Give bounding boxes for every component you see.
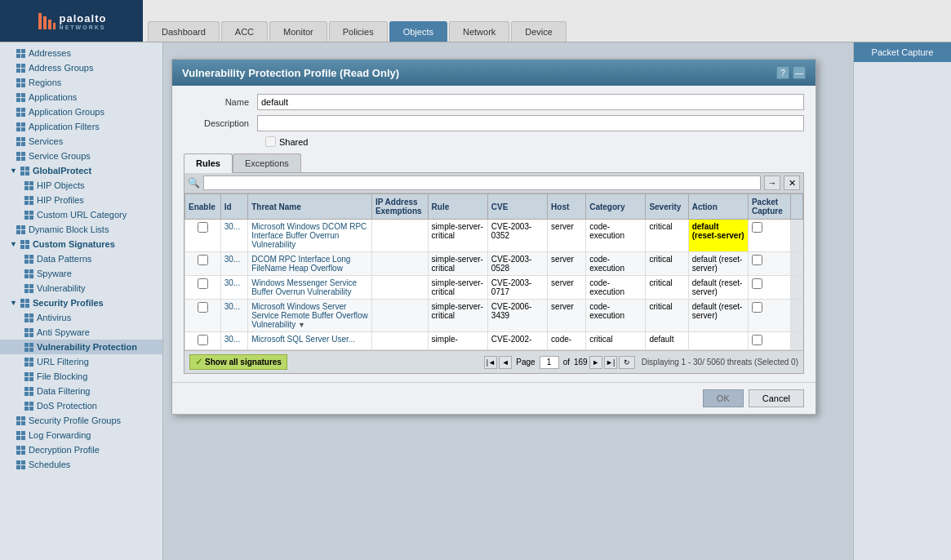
- row4-pc-checkbox[interactable]: [752, 302, 762, 313]
- anti-spyware-icon: [24, 328, 33, 337]
- sidebar-item-antivirus[interactable]: Antivirus: [0, 310, 162, 325]
- row1-threat-name[interactable]: Microsoft Windows DCOM RPC Interface Buf…: [251, 222, 367, 249]
- tab-rules[interactable]: Rules: [184, 153, 233, 173]
- sidebar-item-custom-url-category[interactable]: Custom URL Category: [0, 207, 162, 222]
- shared-checkbox[interactable]: [265, 136, 276, 147]
- nav-tabs: Dashboard ACC Monitor Policies Objects N…: [143, 0, 951, 42]
- sidebar-item-data-patterns[interactable]: Data Patterns: [0, 251, 162, 266]
- tab-monitor[interactable]: Monitor: [269, 21, 327, 42]
- row3-severity: critical: [646, 276, 688, 300]
- row3-threat-name[interactable]: Windows Messenger Service Buffer Overrun…: [251, 278, 357, 296]
- row4-dropdown-icon: ▼: [298, 321, 305, 329]
- row2-category: code-execution: [586, 252, 646, 276]
- row3-id[interactable]: 30...: [224, 278, 240, 287]
- modal-title: Vulnerability Protection Profile (Read O…: [182, 67, 399, 79]
- row2-rule: simple-server-critical: [428, 252, 487, 276]
- col-enable: Enable: [185, 194, 221, 220]
- tab-network[interactable]: Network: [449, 21, 509, 42]
- regions-icon: [16, 78, 25, 87]
- row4-enable-checkbox[interactable]: [198, 302, 208, 313]
- sidebar-item-decryption-profile[interactable]: Decryption Profile: [0, 442, 162, 457]
- content-area: Vulnerability Protection Profile (Read O…: [163, 42, 853, 560]
- row5-threat-name[interactable]: Microsoft SQL Server User...: [251, 335, 355, 344]
- sidebar-item-applications[interactable]: Applications: [0, 90, 162, 104]
- row1-enable-checkbox[interactable]: [198, 222, 208, 233]
- sidebar-item-vulnerability[interactable]: Vulnerability: [0, 281, 162, 296]
- folder-expand-icon2: ▼: [10, 240, 17, 248]
- sidebar-item-application-groups[interactable]: Application Groups: [0, 104, 162, 119]
- row1-pc-checkbox[interactable]: [752, 222, 762, 233]
- row3-enable-checkbox[interactable]: [198, 278, 208, 289]
- right-panel: Packet Capture: [853, 42, 951, 560]
- ok-button[interactable]: OK: [703, 389, 744, 407]
- row4-scroll: [791, 300, 803, 332]
- sidebar-item-security-profiles[interactable]: ▼ Security Profiles: [0, 296, 162, 310]
- sidebar-item-dos-protection[interactable]: DoS Protection: [0, 398, 162, 413]
- url-filtering-icon: [24, 358, 33, 367]
- sidebar-item-spyware[interactable]: Spyware: [0, 266, 162, 281]
- sidebar-item-security-profile-groups[interactable]: Security Profile Groups: [0, 413, 162, 428]
- row2-id[interactable]: 30...: [224, 255, 240, 264]
- modal-help-button[interactable]: ?: [776, 66, 789, 79]
- row2-pc-checkbox[interactable]: [752, 255, 762, 265]
- sidebar-item-dynamic-block-lists[interactable]: Dynamic Block Lists: [0, 222, 162, 237]
- sidebar-item-vuln-protection[interactable]: Vulnerability Protection: [0, 340, 162, 354]
- row5-pc-checkbox[interactable]: [752, 335, 762, 345]
- sidebar-item-services[interactable]: Services: [0, 134, 162, 149]
- row3-action: default (reset-server): [688, 276, 748, 300]
- sidebar-item-hip-objects[interactable]: HIP Objects: [0, 178, 162, 193]
- row4-threat-name[interactable]: Microsoft Windows Server Service Remote …: [251, 302, 368, 329]
- tab-exceptions[interactable]: Exceptions: [233, 153, 301, 172]
- tab-policies[interactable]: Policies: [329, 21, 388, 42]
- tab-device[interactable]: Device: [511, 21, 567, 42]
- sidebar-item-addresses[interactable]: Addresses: [0, 46, 162, 60]
- modal-header: Vulnerability Protection Profile (Read O…: [172, 60, 815, 86]
- name-input[interactable]: [257, 94, 804, 110]
- sidebar-item-address-groups[interactable]: Address Groups: [0, 60, 162, 75]
- sidebar-item-file-blocking[interactable]: File Blocking: [0, 369, 162, 384]
- tab-objects[interactable]: Objects: [389, 21, 447, 42]
- add-button[interactable]: →: [764, 176, 780, 190]
- row2-enable-checkbox[interactable]: [198, 255, 208, 265]
- sidebar-item-url-filtering[interactable]: URL Filtering: [0, 354, 162, 369]
- row5-id[interactable]: 30...: [224, 335, 240, 344]
- sidebar-item-anti-spyware[interactable]: Anti Spyware: [0, 325, 162, 340]
- row3-pc-checkbox[interactable]: [752, 278, 762, 289]
- close-button[interactable]: ✕: [784, 176, 800, 190]
- modal-minimize-button[interactable]: —: [793, 66, 806, 79]
- tab-dashboard[interactable]: Dashboard: [148, 21, 220, 42]
- sidebar-item-hip-profiles[interactable]: HIP Profiles: [0, 193, 162, 207]
- row5-enable-checkbox[interactable]: [198, 335, 208, 345]
- logo-subtitle: NETWORKS: [60, 24, 107, 30]
- row4-id[interactable]: 30...: [224, 302, 240, 311]
- sidebar-item-service-groups[interactable]: Service Groups: [0, 149, 162, 163]
- sidebar-item-schedules[interactable]: Schedules: [0, 457, 162, 472]
- table-search-input[interactable]: [203, 176, 761, 190]
- pagination-controls: |◄ ◄ Page of 169 ► ►| ↻ Displaying 1 - 3…: [484, 356, 798, 369]
- modal-controls: ? —: [776, 66, 806, 79]
- sidebar-item-globalprotect[interactable]: ▼ GlobalProtect: [0, 163, 162, 178]
- row4-host: server: [548, 300, 586, 332]
- row1-id[interactable]: 30...: [224, 222, 240, 231]
- page-number-input[interactable]: [540, 356, 559, 369]
- row1-packet-capture: [748, 220, 790, 252]
- cancel-button[interactable]: Cancel: [749, 389, 804, 407]
- sidebar-item-custom-signatures[interactable]: ▼ Custom Signatures: [0, 237, 162, 251]
- sidebar-item-application-filters[interactable]: Application Filters: [0, 119, 162, 134]
- last-page-button[interactable]: ►|: [604, 356, 617, 369]
- row2-threat-name[interactable]: DCOM RPC Interface Long FileName Heap Ov…: [251, 255, 350, 273]
- next-page-button[interactable]: ►: [589, 356, 602, 369]
- name-row: Name: [184, 94, 804, 110]
- refresh-button[interactable]: ↻: [619, 356, 635, 369]
- tab-acc[interactable]: ACC: [221, 21, 268, 42]
- prev-page-button[interactable]: ◄: [499, 356, 512, 369]
- col-ip-exemptions: IP Address Exemptions: [371, 194, 428, 220]
- sidebar-item-log-forwarding[interactable]: Log Forwarding: [0, 428, 162, 442]
- row2-severity: critical: [646, 252, 688, 276]
- show-all-signatures-button[interactable]: ✓ Show all signatures: [189, 354, 287, 370]
- row3-category: code-execution: [586, 276, 646, 300]
- first-page-button[interactable]: |◄: [484, 356, 497, 369]
- sidebar-item-data-filtering[interactable]: Data Filtering: [0, 384, 162, 398]
- sidebar-item-regions[interactable]: Regions: [0, 75, 162, 90]
- description-input[interactable]: [257, 115, 804, 131]
